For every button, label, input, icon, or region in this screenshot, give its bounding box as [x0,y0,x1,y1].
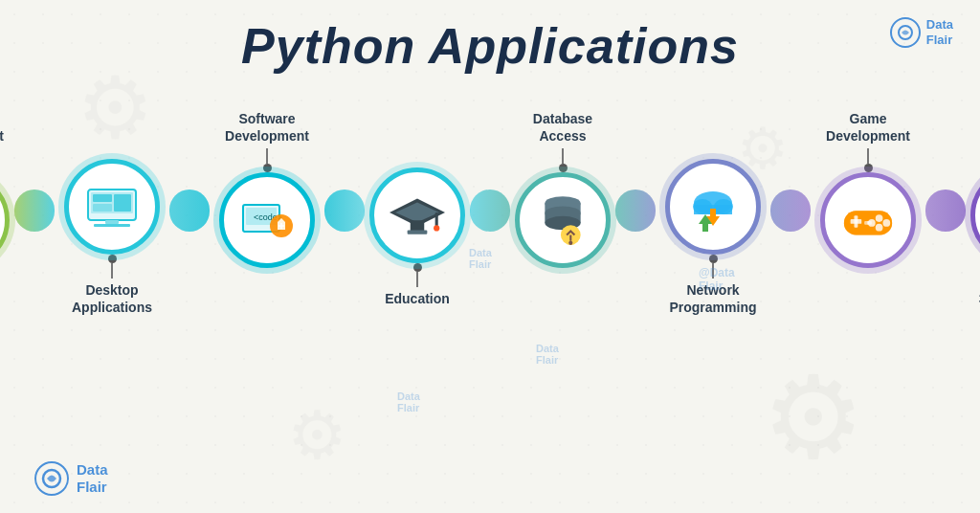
node-circle-3: <code> [219,172,315,268]
node-circle-7 [820,172,916,268]
label-database-access: DatabaseAccess [510,111,615,145]
label-game-development: GameDevelopment [811,111,925,145]
node-circle-5 [515,172,611,268]
label-software-development: SoftwareDevelopment [210,111,324,145]
svg-rect-10 [114,194,131,212]
svg-rect-8 [93,194,112,202]
svg-rect-29 [569,235,571,241]
node-circle-4 [369,167,465,263]
title-area: Python Applications [0,0,980,75]
label-education: Education [365,291,470,308]
svg-rect-42 [855,215,858,228]
page-title: Python Applications [0,17,980,75]
brand-name-bottom: DataFlair [77,461,108,496]
svg-rect-11 [105,220,119,224]
label-network-programming: NetworkProgramming [656,282,770,316]
label-3d-graphics: 3D Graphics [966,291,980,308]
node-circle-2 [64,159,160,255]
node-circle-6 [665,159,761,255]
svg-marker-18 [395,202,439,222]
svg-point-45 [876,224,883,232]
node-database-access: DatabaseAccess [510,111,615,316]
diagram-area: WebDevelopment </> [0,75,980,438]
node-network-programming: NetworkProgramming [656,111,770,316]
node-web-development: WebDevelopment </> [0,111,14,316]
node-chain: WebDevelopment </> [40,151,940,276]
node-software-development: SoftwareDevelopment <code> [210,111,324,316]
node-circle-8: 💡 [970,167,980,263]
svg-point-44 [882,219,890,227]
svg-rect-9 [93,204,112,212]
watermark-4: DataFlair [397,390,420,413]
svg-rect-36 [710,209,716,218]
svg-rect-38 [702,224,708,232]
svg-rect-48 [867,221,872,225]
brand-logo-bottom: DataFlair [34,461,108,496]
svg-rect-20 [408,230,428,234]
label-web-development: WebDevelopment [0,111,14,145]
svg-rect-21 [435,212,438,227]
node-desktop-applications: DesktopApplications [55,111,169,316]
node-3d-graphics: 💡 3D Graphics [966,120,980,308]
node-game-development: GameDevelopment [811,111,925,316]
svg-point-22 [434,225,439,231]
brand-icon-bottom [34,461,69,496]
svg-point-43 [876,214,883,222]
watermark-2: DataFlair [536,343,559,366]
svg-point-30 [568,241,572,245]
node-education: Education [365,120,470,308]
svg-rect-12 [94,224,130,227]
node-circle-1: </> [0,172,10,268]
label-desktop-applications: DesktopApplications [55,282,169,316]
